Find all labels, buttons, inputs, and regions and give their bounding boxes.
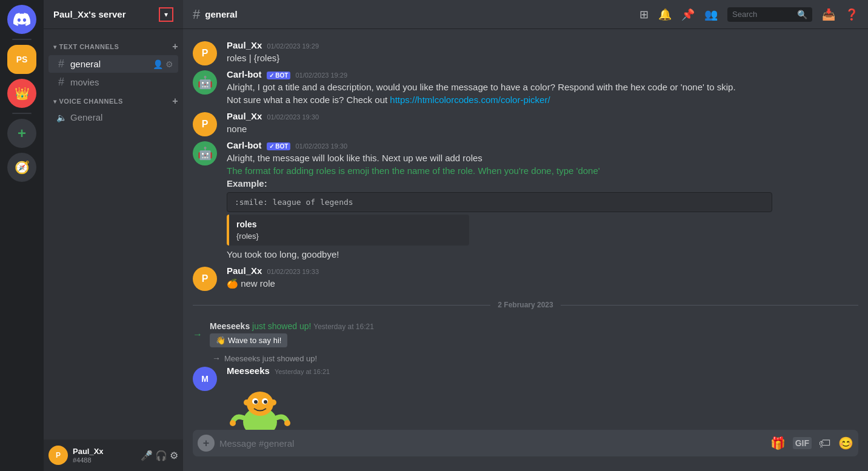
text-channels-label: TEXT CHANNELS <box>59 43 119 50</box>
message-text-3: none <box>227 122 858 135</box>
message-text-1: roles | {roles} <box>227 52 858 64</box>
inbox-icon[interactable]: 📥 <box>822 8 835 21</box>
join-message: → Meeseeks just showed up! Yesterday at … <box>183 319 868 350</box>
join-arrow-icon: → <box>193 329 202 340</box>
channel-name-general: general <box>70 59 149 69</box>
voice-channels-header[interactable]: ▾ VOICE CHANNELS + <box>44 93 183 109</box>
avatar-carlbot-1: 🤖 <box>193 70 217 95</box>
svg-point-10 <box>244 399 250 406</box>
gif-icon[interactable]: GIF <box>793 437 812 449</box>
message-content-4: Carl-bot ✓ BOT 01/02/2023 19:30 Alright,… <box>227 140 858 261</box>
category-left: ▾ TEXT CHANNELS <box>53 43 119 50</box>
channel-name-movies: movies <box>70 77 173 87</box>
search-box[interactable]: Search 🔍 <box>727 7 812 22</box>
svg-point-1 <box>247 392 273 416</box>
pinned-messages-icon[interactable]: 📌 <box>681 8 695 21</box>
user-discriminator: #4488 <box>73 456 136 464</box>
member-list-icon[interactable]: 👥 <box>704 8 718 21</box>
author-paul-1[interactable]: Paul_Xx <box>227 40 262 50</box>
message-header-2: Carl-bot ✓ BOT 01/02/2023 19:29 <box>227 69 858 79</box>
settings-icon[interactable]: ⚙ <box>165 59 173 69</box>
add-attachment-button[interactable]: + <box>198 435 215 452</box>
server-icon-ps[interactable]: PS <box>7 45 36 74</box>
author-carlbot-2[interactable]: Carl-bot <box>227 140 262 150</box>
explore-server-button[interactable]: 🧭 <box>7 153 36 182</box>
divider-line-left <box>193 305 490 306</box>
message-text-4b: You took too long, goodbye! <box>227 248 858 261</box>
svg-point-7 <box>284 420 290 426</box>
avatar-paul-1: P <box>193 41 217 65</box>
avatar-paul-2: P <box>193 112 217 136</box>
message-group-5: P Paul_Xx 01/02/2023 19:33 🍊 new role <box>183 264 868 291</box>
add-member-icon[interactable]: 👤 <box>153 59 163 69</box>
svg-point-11 <box>270 399 276 406</box>
search-icon: 🔍 <box>797 10 807 19</box>
voice-channels-label: VOICE CHANNELS <box>59 98 123 105</box>
reply-context: → Meeseeks just showed up! <box>193 353 858 363</box>
message-input-area: + 🎁 GIF 🏷 😊 <box>183 430 868 471</box>
join-username: Meeseeks <box>210 321 250 331</box>
channel-header: # general ⊞ 🔔 📌 👥 Search 🔍 📥 ❓ <box>183 0 868 29</box>
message-input-box: + 🎁 GIF 🏷 😊 <box>193 430 858 456</box>
author-paul-2[interactable]: Paul_Xx <box>227 111 262 121</box>
author-paul-3[interactable]: Paul_Xx <box>227 266 262 276</box>
help-icon[interactable]: ❓ <box>845 8 858 21</box>
chevron-down-icon: ▾ <box>164 10 168 19</box>
channel-header-name: general <box>205 9 237 19</box>
avatar-carlbot-2: 🤖 <box>193 141 217 165</box>
message-header-5: Paul_Xx 01/02/2023 19:33 <box>227 266 858 276</box>
timestamp-4: 01/02/2023 19:30 <box>295 142 347 150</box>
threads-icon[interactable]: ⊞ <box>639 8 649 21</box>
emoji-icon[interactable]: 😊 <box>838 436 853 450</box>
plus-icon: + <box>18 125 26 142</box>
add-voice-channel-button[interactable]: + <box>172 96 178 107</box>
input-right-icons: 🎁 GIF 🏷 😊 <box>770 436 853 450</box>
add-channel-button[interactable]: + <box>172 41 178 52</box>
chevron-icon-voice: ▾ <box>53 98 57 105</box>
server-header[interactable]: Paul_Xx's server ▾ <box>44 0 183 29</box>
message-group-4: 🤖 Carl-bot ✓ BOT 01/02/2023 19:30 Alrigh… <box>183 139 868 262</box>
username-display: Paul_Xx <box>73 447 136 456</box>
embed-block: roles {roles} <box>227 215 469 246</box>
notifications-icon[interactable]: 🔔 <box>658 8 672 21</box>
message-input[interactable] <box>219 438 766 449</box>
discord-home-button[interactable] <box>7 5 36 34</box>
channel-item-general[interactable]: # general 👤 ⚙ <box>48 55 178 73</box>
sticker-icon[interactable]: 🏷 <box>819 436 831 450</box>
message-content-1: Paul_Xx 01/02/2023 19:29 roles | {roles} <box>227 40 858 64</box>
author-meeseeks[interactable]: Meeseeks <box>227 366 270 376</box>
channel-item-general-voice[interactable]: 🔈 General <box>48 110 178 125</box>
add-server-button[interactable]: + <box>7 119 36 148</box>
server-dropdown-button[interactable]: ▾ <box>159 7 173 22</box>
main-area: # general ⊞ 🔔 📌 👥 Search 🔍 📥 ❓ P Paul_Xx… <box>183 0 868 471</box>
join-message-content: Meeseeks just showed up! Yesterday at 16… <box>210 321 374 347</box>
join-text: just showed up! <box>252 321 313 331</box>
meeseeks-message: M Meeseeks Yesterday at 16:21 <box>193 364 858 430</box>
server-icon-label: PS <box>16 55 28 64</box>
meeseeks-image <box>227 378 293 430</box>
wave-emoji: 👋 <box>216 336 225 345</box>
text-channels-header[interactable]: ▾ TEXT CHANNELS + <box>44 39 183 55</box>
channel-list: ▾ TEXT CHANNELS + # general 👤 ⚙ # movies <box>44 29 183 439</box>
header-icons: ⊞ 🔔 📌 👥 Search 🔍 📥 ❓ <box>639 7 858 22</box>
message-group-1: P Paul_Xx 01/02/2023 19:29 roles | {role… <box>183 39 868 65</box>
wave-button[interactable]: 👋 Wave to say hi! <box>210 333 287 347</box>
author-carlbot-1[interactable]: Carl-bot <box>227 69 262 79</box>
gift-icon[interactable]: 🎁 <box>770 436 786 450</box>
meeseeks-timestamp: Yesterday at 16:21 <box>275 368 330 375</box>
deafen-button[interactable]: 🎧 <box>155 450 167 461</box>
voice-category-left: ▾ VOICE CHANNELS <box>53 98 123 105</box>
date-divider: 2 February 2023 <box>193 301 858 309</box>
svg-point-4 <box>254 400 258 404</box>
server-icon-crown[interactable]: 👑 <box>7 79 36 108</box>
user-settings-button[interactable]: ⚙ <box>170 450 178 461</box>
user-area: P Paul_Xx #4488 🎤 🎧 ⚙ <box>44 439 183 471</box>
channel-name-general-voice: General <box>70 112 173 122</box>
channel-item-movies[interactable]: # movies <box>48 73 178 91</box>
mute-microphone-button[interactable]: 🎤 <box>141 450 153 461</box>
svg-point-6 <box>230 420 236 426</box>
bot-badge-1: ✓ BOT <box>267 72 291 79</box>
meeseeks-header: Meeseeks Yesterday at 16:21 <box>227 366 858 376</box>
user-info: Paul_Xx #4488 <box>73 447 136 464</box>
color-picker-link[interactable]: https://htmlcolorcodes.com/color-picker/ <box>390 95 550 105</box>
